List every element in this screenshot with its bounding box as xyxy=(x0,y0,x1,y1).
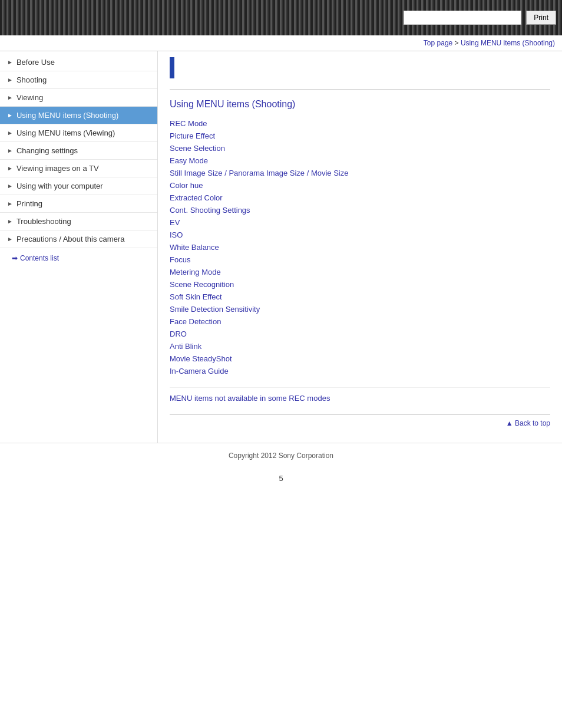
content-link[interactable]: Scene Selection xyxy=(170,144,225,153)
breadcrumb: Top page > Using MENU items (Shooting) xyxy=(0,35,562,51)
content-link[interactable]: Metering Mode xyxy=(170,268,221,276)
list-item: DRO xyxy=(170,330,550,338)
content-link[interactable]: Soft Skin Effect xyxy=(170,292,222,301)
content-link[interactable]: Face Detection xyxy=(170,317,221,326)
content-link[interactable]: Extracted Color xyxy=(170,193,223,202)
content-link[interactable]: White Balance xyxy=(170,243,219,252)
sidebar-item-label: Shooting xyxy=(16,75,47,84)
list-item: Metering Mode xyxy=(170,268,550,276)
sidebar: ► Before Use► Shooting► Viewing► Using M… xyxy=(0,51,158,443)
list-item: Cont. Shooting Settings xyxy=(170,206,550,215)
breadcrumb-top-link[interactable]: Top page xyxy=(424,39,452,47)
sidebar-item-label: Using MENU items (Shooting) xyxy=(16,111,118,120)
menu-not-available-link[interactable]: MENU items not available in some REC mod… xyxy=(170,394,330,403)
content-link[interactable]: In-Camera Guide xyxy=(170,367,229,375)
sidebar-item-printing[interactable]: ► Printing xyxy=(0,195,157,213)
breadcrumb-current-link[interactable]: Using MENU items (Shooting) xyxy=(461,39,555,47)
sidebar-arrow-icon: ► xyxy=(7,59,13,65)
list-item: Movie SteadyShot xyxy=(170,354,550,363)
sidebar-item-label: Viewing images on a TV xyxy=(16,164,99,173)
content-link[interactable]: EV xyxy=(170,218,180,227)
copyright-text: Copyright 2012 Sony Corporation xyxy=(229,452,333,460)
contents-list-label: Contents list xyxy=(20,254,59,262)
list-item: Face Detection xyxy=(170,317,550,326)
header: Print xyxy=(0,0,562,35)
content-links-list: REC ModePicture EffectScene SelectionEas… xyxy=(170,119,550,375)
sidebar-item-label: Troubleshooting xyxy=(16,217,71,226)
content-link[interactable]: Scene Recognition xyxy=(170,280,234,289)
list-item: EV xyxy=(170,218,550,227)
print-button[interactable]: Print xyxy=(526,11,556,25)
back-to-top-row: ▲ Back to top xyxy=(170,414,550,431)
list-item: Easy Mode xyxy=(170,156,550,165)
sidebar-arrow-icon: ► xyxy=(7,165,13,172)
sidebar-arrow-icon: ► xyxy=(7,236,13,242)
sidebar-item-label: Before Use xyxy=(16,58,55,67)
list-item: Scene Selection xyxy=(170,144,550,153)
sidebar-item-precautions[interactable]: ► Precautions / About this camera xyxy=(0,230,157,248)
list-item: Smile Detection Sensitivity xyxy=(170,305,550,314)
list-item: Still Image Size / Panorama Image Size /… xyxy=(170,169,550,177)
main-layout: ► Before Use► Shooting► Viewing► Using M… xyxy=(0,51,562,443)
sidebar-arrow-icon: ► xyxy=(7,130,13,136)
list-item: Anti Blink xyxy=(170,342,550,351)
sidebar-arrow-icon: ► xyxy=(7,183,13,189)
sidebar-item-using-menu-shooting[interactable]: ► Using MENU items (Shooting) xyxy=(0,107,157,124)
sidebar-item-label: Viewing xyxy=(16,93,43,102)
sidebar-arrow-icon: ► xyxy=(7,112,13,118)
list-item: ISO xyxy=(170,230,550,239)
sidebar-item-changing-settings[interactable]: ► Changing settings xyxy=(0,142,157,160)
list-item: REC Mode xyxy=(170,119,550,128)
content-link[interactable]: Easy Mode xyxy=(170,156,208,165)
list-item: Picture Effect xyxy=(170,131,550,140)
content-link[interactable]: Picture Effect xyxy=(170,131,215,140)
content-link[interactable]: Anti Blink xyxy=(170,342,201,351)
list-item: White Balance xyxy=(170,243,550,252)
sidebar-item-shooting[interactable]: ► Shooting xyxy=(0,71,157,89)
sidebar-item-label: Using with your computer xyxy=(16,182,103,190)
sidebar-arrow-icon: ► xyxy=(7,218,13,225)
list-item: Soft Skin Effect xyxy=(170,292,550,301)
sidebar-item-label: Changing settings xyxy=(16,146,78,155)
content-link[interactable]: DRO xyxy=(170,330,187,338)
sidebar-item-viewing-images-tv[interactable]: ► Viewing images on a TV xyxy=(0,160,157,177)
list-item: Focus xyxy=(170,255,550,264)
back-to-top-link[interactable]: ▲ Back to top xyxy=(506,419,550,427)
sidebar-item-using-computer[interactable]: ► Using with your computer xyxy=(0,177,157,195)
footer: Copyright 2012 Sony Corporation xyxy=(0,443,562,468)
content-link[interactable]: Still Image Size / Panorama Image Size /… xyxy=(170,169,348,177)
content-link[interactable]: ISO xyxy=(170,230,183,239)
sidebar-item-using-menu-viewing[interactable]: ► Using MENU items (Viewing) xyxy=(0,124,157,142)
sidebar-arrow-icon: ► xyxy=(7,200,13,207)
list-item: Scene Recognition xyxy=(170,280,550,289)
sidebar-item-label: Printing xyxy=(16,199,42,208)
search-input[interactable] xyxy=(404,11,521,25)
sidebar-arrow-icon: ► xyxy=(7,77,13,83)
sidebar-arrow-icon: ► xyxy=(7,147,13,154)
sidebar-arrow-icon: ► xyxy=(7,94,13,101)
page-title: Using MENU items (Shooting) xyxy=(170,99,550,110)
content-area: Using MENU items (Shooting) REC ModePict… xyxy=(158,51,562,443)
content-link[interactable]: REC Mode xyxy=(170,119,207,128)
list-item: In-Camera Guide xyxy=(170,367,550,375)
sidebar-item-label: Using MENU items (Viewing) xyxy=(16,129,115,137)
page-heading-row xyxy=(170,57,550,90)
contents-list-link[interactable]: ➡ Contents list xyxy=(0,248,157,268)
content-link[interactable]: Color hue xyxy=(170,181,203,190)
breadcrumb-separator: > xyxy=(455,39,461,47)
content-link[interactable]: Focus xyxy=(170,255,190,264)
list-item: Extracted Color xyxy=(170,193,550,202)
list-item: Color hue xyxy=(170,181,550,190)
content-link[interactable]: Smile Detection Sensitivity xyxy=(170,305,260,314)
sidebar-item-before-use[interactable]: ► Before Use xyxy=(0,54,157,71)
sidebar-item-troubleshooting[interactable]: ► Troubleshooting xyxy=(0,213,157,230)
content-link[interactable]: Movie SteadyShot xyxy=(170,354,232,363)
sidebar-item-viewing[interactable]: ► Viewing xyxy=(0,89,157,107)
content-link[interactable]: Cont. Shooting Settings xyxy=(170,206,250,215)
sidebar-item-label: Precautions / About this camera xyxy=(16,235,125,243)
blue-bar-icon xyxy=(170,57,174,78)
page-number: 5 xyxy=(0,468,562,489)
page-title-link[interactable]: Using MENU items (Shooting) xyxy=(170,99,295,109)
menu-not-available-section: MENU items not available in some REC mod… xyxy=(170,387,550,403)
contents-arrow-icon: ➡ xyxy=(12,254,18,262)
